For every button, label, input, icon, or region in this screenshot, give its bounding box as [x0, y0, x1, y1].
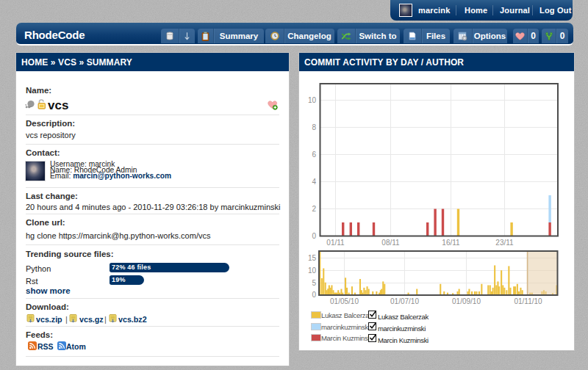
svg-text:01/07/10: 01/07/10	[390, 297, 419, 305]
svg-text:0: 0	[312, 291, 316, 299]
svg-text:5: 5	[312, 279, 316, 287]
svg-text:15: 15	[308, 254, 317, 262]
svg-text:08/11: 08/11	[381, 239, 400, 247]
svg-text:01/09/10: 01/09/10	[452, 297, 481, 305]
svg-text:6: 6	[312, 150, 316, 159]
svg-text:8: 8	[312, 123, 316, 131]
svg-text:10: 10	[308, 266, 317, 275]
svg-text:01/11/10: 01/11/10	[514, 297, 542, 305]
svg-text:10: 10	[308, 96, 317, 104]
svg-text:0: 0	[312, 232, 316, 240]
svg-text:23/11: 23/11	[495, 239, 514, 247]
svg-text:2: 2	[312, 205, 316, 213]
svg-text:4: 4	[312, 178, 316, 186]
svg-text:01/05/10: 01/05/10	[330, 297, 359, 305]
svg-text:16/11: 16/11	[442, 239, 460, 247]
svg-text:01/11: 01/11	[326, 239, 345, 247]
